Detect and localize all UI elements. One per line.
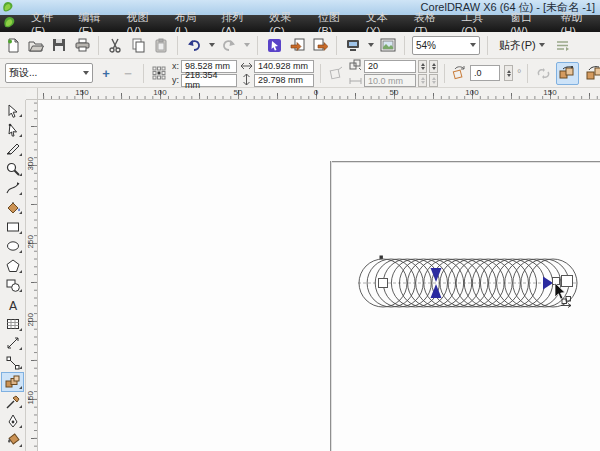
object-width-icon <box>241 60 252 72</box>
coreldraw-menu-logo-icon[interactable] <box>3 16 16 31</box>
add-preset-button[interactable]: + <box>97 64 115 82</box>
ruler-origin-corner[interactable] <box>26 88 38 100</box>
blend-end-object-handle[interactable] <box>562 276 573 287</box>
toolbar-separator <box>336 36 337 55</box>
toolbar-separator <box>177 36 178 55</box>
vruler-number: 250 <box>26 237 35 249</box>
blend-rotation-field[interactable]: .0 <box>470 65 500 81</box>
vruler-number: 150 <box>26 393 35 405</box>
blend-steps-extra-spinner[interactable] <box>429 60 438 73</box>
object-width-field[interactable]: 140.928 mm <box>254 60 314 73</box>
menu-bar: 文件(F) 编辑(E) 视图(V) 布局(L) 排列(A) 效果(C) 位图(B… <box>0 15 600 32</box>
propbar-separator <box>143 64 144 83</box>
scale-factor-icon <box>327 64 345 82</box>
save-icon[interactable] <box>50 36 68 54</box>
standard-toolbar: 54% 贴齐(P) <box>0 32 600 59</box>
property-bar: 预设... + − x: 98.528 mm y: 218.354 mm 140… <box>0 59 600 88</box>
direct-blend-button[interactable] <box>556 62 579 85</box>
toolbar-separator <box>257 36 258 55</box>
freehand-tool[interactable] <box>1 179 24 198</box>
blend-spacing-icon <box>349 75 362 87</box>
print-icon[interactable] <box>73 36 91 54</box>
undo-dropdown-icon[interactable] <box>208 36 215 54</box>
hruler-number: 50 <box>390 88 399 97</box>
pick-tool[interactable] <box>1 101 24 120</box>
crop-tool[interactable] <box>1 140 24 159</box>
search-content-icon[interactable] <box>265 36 283 54</box>
blend-tool[interactable] <box>1 372 24 391</box>
blend-end-small-handle[interactable] <box>553 278 560 285</box>
cut-icon[interactable] <box>106 36 124 54</box>
snap-to-button[interactable]: 贴齐(P) <box>495 37 549 54</box>
horizontal-ruler[interactable]: 150 100 50 0 50 100 150 <box>38 88 600 100</box>
hruler-number: 100 <box>465 88 478 97</box>
propbar-separator <box>527 64 528 83</box>
fill-tool[interactable] <box>1 431 24 450</box>
object-height-field[interactable]: 29.798 mm <box>254 74 314 87</box>
toolbar-separator <box>98 36 99 55</box>
snap-to-label: 贴齐(P) <box>499 38 536 53</box>
paste-icon[interactable] <box>152 36 170 54</box>
blend-rotation-icon <box>451 65 466 82</box>
table-tool[interactable] <box>1 314 24 333</box>
outline-pen-tool[interactable] <box>1 411 24 430</box>
degree-unit: ° <box>517 67 521 79</box>
drawing-canvas[interactable] <box>38 100 600 451</box>
new-document-icon[interactable] <box>4 36 22 54</box>
x-label: x: <box>172 61 179 71</box>
shape-tool[interactable] <box>1 120 24 139</box>
undo-icon[interactable] <box>185 36 203 54</box>
polygon-tool[interactable] <box>1 256 24 275</box>
y-position-field[interactable]: 218.354 mm <box>181 74 237 87</box>
application-launcher-icon[interactable] <box>344 36 362 54</box>
blend-drawing[interactable] <box>38 100 600 451</box>
zoom-tool[interactable] <box>1 159 24 178</box>
copy-icon[interactable] <box>129 36 147 54</box>
toolbar-separator <box>487 36 488 55</box>
blend-steps-spinner[interactable] <box>418 60 427 73</box>
redo-icon[interactable] <box>220 36 238 54</box>
blend-spacing-spinner <box>418 74 427 87</box>
toolbox: A <box>0 100 26 451</box>
object-height-icon <box>241 74 252 87</box>
blend-steps-icon <box>349 59 362 73</box>
parallel-dimension-tool[interactable] <box>1 334 24 353</box>
redo-dropdown-icon[interactable] <box>243 36 250 54</box>
hruler-number: 150 <box>543 88 556 97</box>
welcome-screen-icon[interactable] <box>379 36 397 54</box>
basic-shapes-tool[interactable] <box>1 276 24 295</box>
zoom-level-select[interactable]: 54% <box>412 36 480 55</box>
export-icon[interactable] <box>311 36 329 54</box>
y-label: y: <box>172 75 179 85</box>
loop-blend-icon <box>534 64 552 82</box>
straight-line-connector-tool[interactable] <box>1 353 24 372</box>
svg-text:A: A <box>8 298 17 312</box>
vertical-ruler[interactable]: 300 250 200 150 <box>26 100 38 451</box>
color-eyedropper-tool[interactable] <box>1 392 24 411</box>
blend-start-handle[interactable] <box>379 279 388 288</box>
ellipse-tool[interactable] <box>1 237 24 256</box>
object-position-group: x: 98.528 mm y: 218.354 mm <box>172 60 237 87</box>
blend-spacing-extra-spinner <box>429 74 438 87</box>
open-icon[interactable] <box>27 36 45 54</box>
hruler-number: 50 <box>234 88 243 97</box>
hruler-number: 150 <box>75 88 88 97</box>
options-icon[interactable] <box>554 36 572 54</box>
node-marker[interactable] <box>380 256 383 259</box>
preset-dropdown[interactable]: 预设... <box>5 63 93 83</box>
application-launcher-dropdown-icon[interactable] <box>367 36 374 54</box>
rectangle-tool[interactable] <box>1 217 24 236</box>
clockwise-blend-button[interactable] <box>583 62 600 85</box>
remove-preset-button[interactable]: − <box>119 64 137 82</box>
import-icon[interactable] <box>288 36 306 54</box>
toolbar-separator <box>404 36 405 55</box>
vruler-number: 300 <box>26 159 35 171</box>
blend-end-arrow-handle[interactable] <box>543 277 553 290</box>
propbar-separator <box>320 64 321 83</box>
blend-rotation-spinner[interactable] <box>504 65 513 81</box>
smart-fill-tool[interactable] <box>1 198 24 217</box>
blend-steps-group: 20 10.0 mm <box>349 59 438 87</box>
object-origin-grid-icon[interactable] <box>150 64 168 82</box>
text-tool[interactable]: A <box>1 295 24 314</box>
blend-steps-field[interactable]: 20 <box>364 60 416 73</box>
